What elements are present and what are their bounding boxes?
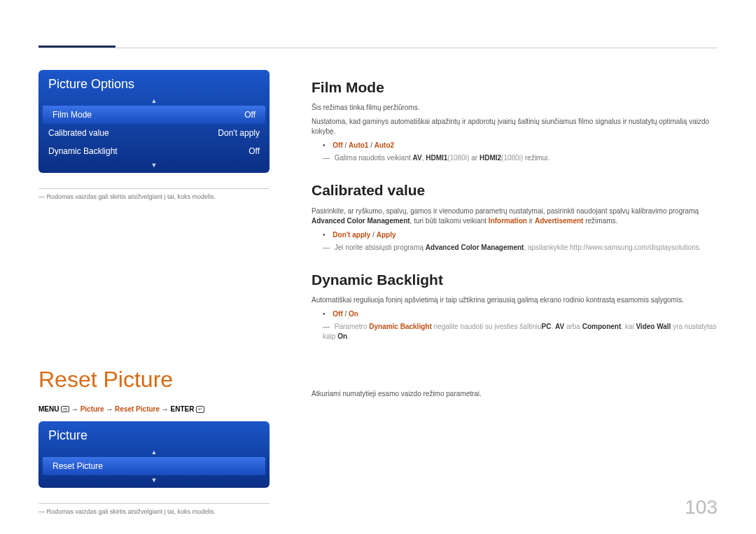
left-column: Picture Options ▲ Film Mode Off Calibrat…	[38, 70, 270, 515]
divider	[38, 503, 270, 504]
menu-row-label: Reset Picture	[52, 461, 103, 471]
page-header-rule	[38, 48, 718, 48]
note-text: arba	[564, 323, 582, 330]
menu-row-film-mode[interactable]: Film Mode Off	[43, 106, 265, 124]
chevron-up-icon[interactable]: ▲	[38, 447, 270, 457]
model-note: Rodomas vaizdas gali skirtis atsižvelgia…	[38, 193, 270, 200]
reset-picture-heading: Reset Picture	[38, 367, 270, 393]
menu-icon: m	[61, 406, 69, 412]
menu-row-dynamic-backlight[interactable]: Dynamic Backlight Off	[38, 142, 270, 160]
dynamic-backlight-heading: Dynamic Backlight	[312, 269, 721, 290]
note-text: režimui.	[523, 154, 550, 162]
chevron-down-icon[interactable]: ▼	[38, 475, 270, 485]
picture-panel: Picture ▲ Reset Picture ▼	[38, 421, 270, 488]
note-text: .	[347, 332, 349, 340]
calibrated-note: Jei norite atsisiųsti programą Advanced …	[323, 243, 721, 253]
menu-row-label: Film Mode	[52, 110, 92, 120]
menu-path-enter: ENTER	[171, 405, 195, 413]
note-text: negalite naudoti su įvesties šaltiniu	[432, 323, 542, 330]
arrow-icon: →	[71, 405, 80, 413]
film-mode-options: Off / Auto1 / Auto2	[323, 141, 721, 150]
menu-row-value: Off	[248, 146, 260, 156]
model-note: Rodomas vaizdas gali skirtis atsižvelgia…	[38, 508, 270, 515]
note-text: Parametro	[335, 323, 369, 330]
calibrated-options: Don't apply / Apply	[323, 230, 721, 240]
note-text: , kai	[621, 323, 636, 330]
menu-row-label: Dynamic Backlight	[48, 146, 118, 156]
note-av: AV	[413, 154, 422, 162]
option-off: Off	[332, 310, 342, 318]
film-mode-description: Šis režimas tinka filmų peržiūroms.	[312, 103, 721, 113]
note-text: Jei norite atsisiųsti programą	[335, 244, 426, 251]
text: ir	[527, 217, 535, 225]
enter-icon: ↵	[196, 406, 204, 413]
menu-row-label: Calibrated value	[48, 128, 109, 138]
calibrated-heading: Calibrated value	[312, 180, 721, 200]
text-advertisement: Advertisement	[535, 217, 583, 225]
menu-row-value: Off	[244, 110, 255, 120]
menu-row-value: Don't apply	[218, 128, 260, 138]
film-mode-heading: Film Mode	[312, 77, 721, 97]
option-auto2: Auto2	[374, 141, 394, 149]
option-apply: Apply	[377, 231, 396, 239]
note-pc: PC	[542, 323, 552, 330]
text-information: Information	[489, 217, 527, 225]
calibrated-description: Pasirinkite, ar ryškumo, spalvų, gamos i…	[312, 206, 721, 226]
panel-title: Picture	[38, 421, 270, 447]
option-on: On	[349, 310, 358, 318]
note-text: ar	[470, 154, 479, 162]
menu-path: MENU m → Picture → Reset Picture → ENTER…	[38, 405, 270, 413]
page-number: 103	[685, 496, 718, 519]
menu-row-calibrated[interactable]: Calibrated value Don't apply	[38, 124, 270, 142]
note-hdmi2: HDMI2	[479, 154, 501, 162]
text: Pasirinkite, ar ryškumo, spalvų, gamos i…	[312, 207, 699, 215]
arrow-icon: →	[162, 405, 171, 413]
picture-options-panel: Picture Options ▲ Film Mode Off Calibrat…	[38, 70, 270, 173]
chevron-up-icon[interactable]: ▲	[38, 96, 270, 106]
divider	[38, 188, 270, 189]
text: , turi būti taikomi veikiant	[410, 217, 489, 225]
note-text: , apsilankykite http://www.samsung.com/d…	[524, 244, 701, 251]
option-dont-apply: Don't apply	[332, 231, 370, 239]
note-text: (1080i)	[447, 154, 469, 162]
text-bold: Advanced Color Management	[312, 217, 410, 225]
note-videowall: Video Wall	[636, 323, 671, 330]
note-text: (1080i)	[501, 154, 523, 162]
note-bold: Advanced Color Management	[426, 244, 524, 251]
note-hdmi1: HDMI1	[426, 154, 447, 162]
menu-path-reset: Reset Picture	[115, 405, 160, 413]
right-column: Film Mode Šis režimas tinka filmų peržiū…	[312, 77, 721, 403]
note-db: Dynamic Backlight	[369, 323, 431, 330]
dynamic-backlight-description: Automatiškai reguliuoja foninį apšvietim…	[312, 295, 721, 305]
menu-row-reset-picture[interactable]: Reset Picture	[43, 457, 265, 475]
option-off: Off	[332, 141, 342, 149]
chevron-down-icon[interactable]: ▼	[38, 160, 270, 170]
text: režimams.	[583, 217, 617, 225]
reset-picture-description: Atkuriami numatytieji esamo vaizdo režim…	[312, 389, 721, 399]
film-mode-note: Galima naudotis veikiant AV, HDMI1(1080i…	[323, 153, 721, 163]
menu-path-menu: MENU	[38, 405, 59, 413]
dynamic-backlight-note: Parametro Dynamic Backlight negalite nau…	[323, 322, 721, 342]
film-mode-description-2: Nustatoma, kad gaminys automatiškai atpa…	[312, 117, 721, 136]
dynamic-backlight-options: Off / On	[323, 309, 721, 319]
note-component: Component	[582, 323, 622, 330]
arrow-icon: →	[106, 405, 115, 413]
panel-title: Picture Options	[38, 70, 270, 96]
menu-path-picture: Picture	[80, 405, 104, 413]
option-auto1: Auto1	[349, 141, 368, 149]
note-av: AV	[555, 323, 564, 330]
note-on: On	[337, 332, 347, 340]
note-text: Galima naudotis veikiant	[335, 154, 413, 162]
